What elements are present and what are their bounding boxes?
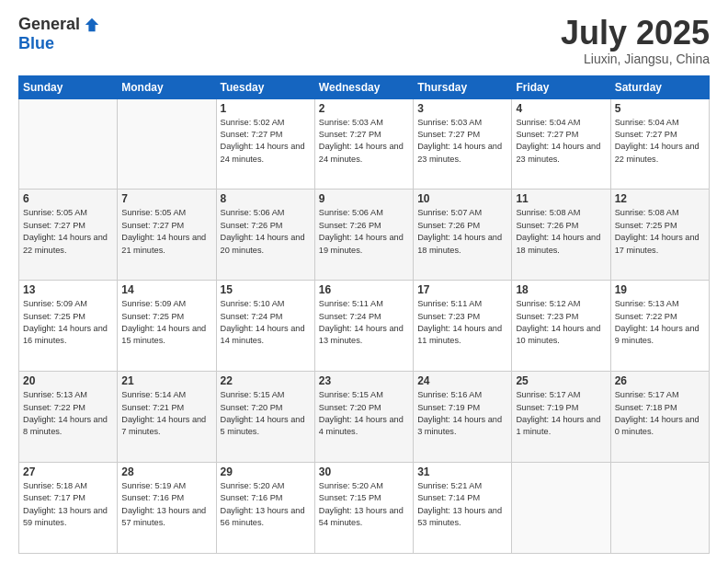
- header: General Blue July 2025 Liuxin, Jiangsu, …: [18, 15, 710, 66]
- day-number: 18: [516, 283, 606, 296]
- col-header-monday: Monday: [118, 75, 216, 98]
- day-info: Sunrise: 5:03 AMSunset: 7:27 PMDaylight:…: [319, 117, 409, 166]
- calendar-cell: 31Sunrise: 5:21 AMSunset: 7:14 PMDayligh…: [414, 463, 512, 554]
- calendar-cell: 14Sunrise: 5:09 AMSunset: 7:25 PMDayligh…: [118, 281, 216, 372]
- calendar-cell: 24Sunrise: 5:16 AMSunset: 7:19 PMDayligh…: [414, 372, 512, 463]
- day-info: Sunrise: 5:15 AMSunset: 7:20 PMDaylight:…: [221, 389, 311, 438]
- calendar-cell: 4Sunrise: 5:04 AMSunset: 7:27 PMDaylight…: [512, 98, 610, 190]
- day-number: 28: [121, 465, 211, 478]
- day-info: Sunrise: 5:21 AMSunset: 7:14 PMDaylight:…: [417, 480, 507, 529]
- day-number: 29: [221, 465, 311, 478]
- day-number: 11: [516, 192, 606, 205]
- day-info: Sunrise: 5:08 AMSunset: 7:26 PMDaylight:…: [516, 207, 606, 256]
- calendar-cell: 30Sunrise: 5:20 AMSunset: 7:15 PMDayligh…: [314, 463, 413, 554]
- calendar-cell: 21Sunrise: 5:14 AMSunset: 7:21 PMDayligh…: [118, 372, 216, 463]
- calendar-table: SundayMondayTuesdayWednesdayThursdayFrid…: [18, 75, 710, 554]
- calendar-cell: [19, 98, 118, 190]
- logo-general-text: General: [18, 15, 80, 34]
- calendar-cell: 2Sunrise: 5:03 AMSunset: 7:27 PMDaylight…: [314, 98, 413, 190]
- day-info: Sunrise: 5:13 AMSunset: 7:22 PMDaylight:…: [23, 389, 113, 438]
- day-number: 26: [615, 374, 705, 387]
- day-number: 31: [417, 465, 507, 478]
- calendar-cell: 26Sunrise: 5:17 AMSunset: 7:18 PMDayligh…: [610, 372, 709, 463]
- day-number: 16: [319, 283, 409, 296]
- day-number: 17: [417, 283, 507, 296]
- day-info: Sunrise: 5:17 AMSunset: 7:18 PMDaylight:…: [615, 389, 705, 438]
- day-number: 14: [121, 283, 211, 296]
- day-info: Sunrise: 5:10 AMSunset: 7:24 PMDaylight:…: [221, 298, 311, 347]
- logo-icon: [84, 17, 100, 33]
- col-header-sunday: Sunday: [19, 75, 118, 98]
- svg-marker-0: [85, 17, 98, 30]
- calendar-header-row: SundayMondayTuesdayWednesdayThursdayFrid…: [19, 75, 710, 98]
- calendar-cell: 28Sunrise: 5:19 AMSunset: 7:16 PMDayligh…: [118, 463, 216, 554]
- day-number: 5: [615, 102, 705, 115]
- day-info: Sunrise: 5:18 AMSunset: 7:17 PMDaylight:…: [23, 480, 113, 529]
- title-area: July 2025 Liuxin, Jiangsu, China: [561, 15, 710, 66]
- calendar-cell: [118, 98, 216, 190]
- calendar-cell: 6Sunrise: 5:05 AMSunset: 7:27 PMDaylight…: [19, 190, 118, 281]
- day-info: Sunrise: 5:04 AMSunset: 7:27 PMDaylight:…: [516, 117, 606, 166]
- day-info: Sunrise: 5:11 AMSunset: 7:23 PMDaylight:…: [417, 298, 507, 347]
- day-number: 30: [319, 465, 409, 478]
- day-info: Sunrise: 5:04 AMSunset: 7:27 PMDaylight:…: [615, 117, 705, 166]
- calendar-cell: 9Sunrise: 5:06 AMSunset: 7:26 PMDaylight…: [314, 190, 413, 281]
- col-header-wednesday: Wednesday: [314, 75, 413, 98]
- day-number: 20: [23, 374, 113, 387]
- calendar-cell: [610, 463, 709, 554]
- calendar-week-4: 20Sunrise: 5:13 AMSunset: 7:22 PMDayligh…: [19, 372, 710, 463]
- day-info: Sunrise: 5:08 AMSunset: 7:25 PMDaylight:…: [615, 207, 705, 256]
- col-header-tuesday: Tuesday: [216, 75, 314, 98]
- day-number: 21: [121, 374, 211, 387]
- day-info: Sunrise: 5:15 AMSunset: 7:20 PMDaylight:…: [319, 389, 409, 438]
- calendar-cell: 17Sunrise: 5:11 AMSunset: 7:23 PMDayligh…: [414, 281, 512, 372]
- calendar-week-5: 27Sunrise: 5:18 AMSunset: 7:17 PMDayligh…: [19, 463, 710, 554]
- calendar-week-3: 13Sunrise: 5:09 AMSunset: 7:25 PMDayligh…: [19, 281, 710, 372]
- calendar-cell: 29Sunrise: 5:20 AMSunset: 7:16 PMDayligh…: [216, 463, 314, 554]
- page: General Blue July 2025 Liuxin, Jiangsu, …: [0, 0, 728, 563]
- day-info: Sunrise: 5:20 AMSunset: 7:16 PMDaylight:…: [221, 480, 311, 529]
- day-info: Sunrise: 5:17 AMSunset: 7:19 PMDaylight:…: [516, 389, 606, 438]
- calendar-week-2: 6Sunrise: 5:05 AMSunset: 7:27 PMDaylight…: [19, 190, 710, 281]
- calendar-cell: 13Sunrise: 5:09 AMSunset: 7:25 PMDayligh…: [19, 281, 118, 372]
- month-title: July 2025: [561, 15, 710, 52]
- calendar-cell: 25Sunrise: 5:17 AMSunset: 7:19 PMDayligh…: [512, 372, 610, 463]
- calendar-cell: 15Sunrise: 5:10 AMSunset: 7:24 PMDayligh…: [216, 281, 314, 372]
- day-number: 2: [319, 102, 409, 115]
- day-info: Sunrise: 5:02 AMSunset: 7:27 PMDaylight:…: [221, 117, 311, 166]
- day-number: 13: [23, 283, 113, 296]
- day-info: Sunrise: 5:20 AMSunset: 7:15 PMDaylight:…: [319, 480, 409, 529]
- calendar-cell: 20Sunrise: 5:13 AMSunset: 7:22 PMDayligh…: [19, 372, 118, 463]
- day-number: 1: [221, 102, 311, 115]
- day-number: 15: [221, 283, 311, 296]
- calendar-cell: 10Sunrise: 5:07 AMSunset: 7:26 PMDayligh…: [414, 190, 512, 281]
- day-number: 24: [417, 374, 507, 387]
- day-info: Sunrise: 5:09 AMSunset: 7:25 PMDaylight:…: [23, 298, 113, 347]
- calendar-cell: 5Sunrise: 5:04 AMSunset: 7:27 PMDaylight…: [610, 98, 709, 190]
- day-info: Sunrise: 5:16 AMSunset: 7:19 PMDaylight:…: [417, 389, 507, 438]
- day-number: 7: [121, 192, 211, 205]
- day-number: 12: [615, 192, 705, 205]
- day-number: 27: [23, 465, 113, 478]
- calendar-cell: 12Sunrise: 5:08 AMSunset: 7:25 PMDayligh…: [610, 190, 709, 281]
- day-number: 8: [221, 192, 311, 205]
- calendar-cell: 16Sunrise: 5:11 AMSunset: 7:24 PMDayligh…: [314, 281, 413, 372]
- calendar-cell: 7Sunrise: 5:05 AMSunset: 7:27 PMDaylight…: [118, 190, 216, 281]
- day-number: 6: [23, 192, 113, 205]
- col-header-thursday: Thursday: [414, 75, 512, 98]
- calendar-week-1: 1Sunrise: 5:02 AMSunset: 7:27 PMDaylight…: [19, 98, 710, 190]
- day-number: 9: [319, 192, 409, 205]
- day-number: 10: [417, 192, 507, 205]
- day-info: Sunrise: 5:03 AMSunset: 7:27 PMDaylight:…: [417, 117, 507, 166]
- calendar-cell: 3Sunrise: 5:03 AMSunset: 7:27 PMDaylight…: [414, 98, 512, 190]
- day-info: Sunrise: 5:12 AMSunset: 7:23 PMDaylight:…: [516, 298, 606, 347]
- calendar-cell: 27Sunrise: 5:18 AMSunset: 7:17 PMDayligh…: [19, 463, 118, 554]
- day-info: Sunrise: 5:05 AMSunset: 7:27 PMDaylight:…: [23, 207, 113, 256]
- calendar-cell: 23Sunrise: 5:15 AMSunset: 7:20 PMDayligh…: [314, 372, 413, 463]
- logo-blue-text: Blue: [18, 34, 54, 53]
- day-info: Sunrise: 5:14 AMSunset: 7:21 PMDaylight:…: [121, 389, 211, 438]
- logo: General Blue: [18, 15, 100, 53]
- calendar-cell: 1Sunrise: 5:02 AMSunset: 7:27 PMDaylight…: [216, 98, 314, 190]
- day-number: 4: [516, 102, 606, 115]
- day-info: Sunrise: 5:05 AMSunset: 7:27 PMDaylight:…: [121, 207, 211, 256]
